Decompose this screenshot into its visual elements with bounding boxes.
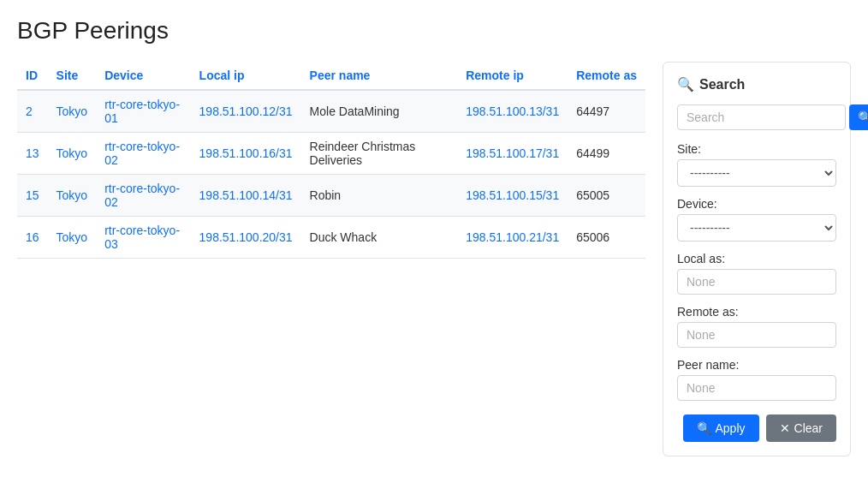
site-label: Site: xyxy=(677,142,836,156)
peer-name-label: Peer name: xyxy=(677,358,836,372)
clear-button[interactable]: ✕ Clear xyxy=(766,414,836,442)
cell-local_ip-link[interactable]: 198.51.100.12/31 xyxy=(199,104,293,118)
search-input[interactable] xyxy=(677,104,846,130)
device-filter-group: Device: ---------- xyxy=(677,197,836,242)
remote-as-input[interactable] xyxy=(677,322,836,348)
filter-panel-title: 🔍 Search xyxy=(677,76,836,92)
cell-local_ip-link[interactable]: 198.51.100.20/31 xyxy=(199,230,293,244)
cell-id-link[interactable]: 2 xyxy=(26,104,33,118)
cell-remote_as: 65006 xyxy=(568,217,645,259)
col-local-ip: Local ip xyxy=(191,62,301,90)
remote-as-label: Remote as: xyxy=(677,305,836,319)
site-select[interactable]: ---------- xyxy=(677,159,836,187)
cell-local_ip-link[interactable]: 198.51.100.14/31 xyxy=(199,188,293,202)
cell-remote_ip-link[interactable]: 198.51.100.21/31 xyxy=(466,230,559,244)
cell-device-link[interactable]: rtr-core-tokyo-02 xyxy=(104,182,180,209)
cell-site-link[interactable]: Tokyo xyxy=(56,188,88,202)
filter-actions: 🔍 Apply ✕ Clear xyxy=(677,414,836,442)
cell-peer_name: Reindeer Christmas Deliveries xyxy=(301,133,458,175)
cell-remote_ip-link[interactable]: 198.51.100.17/31 xyxy=(466,146,559,160)
col-device: Device xyxy=(96,62,190,90)
table-row: 13Tokyortr-core-tokyo-02198.51.100.16/31… xyxy=(17,133,645,175)
page-title: BGP Peerings xyxy=(17,17,851,45)
apply-icon: 🔍 xyxy=(697,421,711,435)
col-remote-ip: Remote ip xyxy=(457,62,568,90)
remote-as-filter-group: Remote as: xyxy=(677,305,836,348)
cell-device-link[interactable]: rtr-core-tokyo-03 xyxy=(104,224,180,251)
apply-label: Apply xyxy=(716,421,746,435)
cell-peer_name: Robin xyxy=(301,175,458,217)
col-peer-name: Peer name xyxy=(301,62,458,90)
search-row: 🔍 xyxy=(677,104,836,130)
cell-id-link[interactable]: 15 xyxy=(26,188,39,202)
table-section: ID Site Device Local ip Peer name Remote… xyxy=(17,62,645,259)
cell-id-link[interactable]: 13 xyxy=(26,146,39,160)
table-row: 16Tokyortr-core-tokyo-03198.51.100.20/31… xyxy=(17,217,645,259)
col-remote-as: Remote as xyxy=(568,62,645,90)
table-row: 15Tokyortr-core-tokyo-02198.51.100.14/31… xyxy=(17,175,645,217)
col-site: Site xyxy=(48,62,97,90)
filter-panel: 🔍 Search 🔍 Site: ---------- Device: ----… xyxy=(663,62,851,456)
device-label: Device: xyxy=(677,197,836,211)
peer-name-input[interactable] xyxy=(677,375,836,401)
device-select[interactable]: ---------- xyxy=(677,214,836,242)
local-as-filter-group: Local as: xyxy=(677,252,836,295)
main-layout: ID Site Device Local ip Peer name Remote… xyxy=(17,62,851,456)
cell-peer_name: Mole DataMining xyxy=(301,90,458,133)
local-as-input[interactable] xyxy=(677,269,836,295)
cell-site-link[interactable]: Tokyo xyxy=(56,104,88,118)
cell-remote_as: 65005 xyxy=(568,175,645,217)
cell-remote_ip-link[interactable]: 198.51.100.15/31 xyxy=(466,188,559,202)
local-as-label: Local as: xyxy=(677,252,836,265)
cell-local_ip-link[interactable]: 198.51.100.16/31 xyxy=(199,146,293,160)
search-btn-icon: 🔍 xyxy=(858,110,868,124)
search-button[interactable]: 🔍 xyxy=(849,104,868,130)
clear-label: Clear xyxy=(794,421,823,435)
site-filter-group: Site: ---------- xyxy=(677,142,836,187)
search-icon: 🔍 xyxy=(677,76,694,92)
peer-name-filter-group: Peer name: xyxy=(677,358,836,401)
table-header: ID Site Device Local ip Peer name Remote… xyxy=(17,62,645,90)
apply-button[interactable]: 🔍 Apply xyxy=(683,414,759,442)
clear-icon: ✕ xyxy=(780,421,790,435)
cell-device-link[interactable]: rtr-core-tokyo-02 xyxy=(104,140,180,167)
table-row: 2Tokyortr-core-tokyo-01198.51.100.12/31M… xyxy=(17,90,645,133)
cell-remote_as: 64497 xyxy=(568,90,645,133)
cell-site-link[interactable]: Tokyo xyxy=(56,146,88,160)
cell-id-link[interactable]: 16 xyxy=(26,230,39,244)
col-id: ID xyxy=(17,62,48,90)
cell-peer_name: Duck Whack xyxy=(301,217,458,259)
cell-site-link[interactable]: Tokyo xyxy=(56,230,88,244)
cell-remote_as: 64499 xyxy=(568,133,645,175)
cell-device-link[interactable]: rtr-core-tokyo-01 xyxy=(104,98,180,125)
header-row: ID Site Device Local ip Peer name Remote… xyxy=(17,62,645,90)
table-body: 2Tokyortr-core-tokyo-01198.51.100.12/31M… xyxy=(17,90,645,259)
cell-remote_ip-link[interactable]: 198.51.100.13/31 xyxy=(466,104,559,118)
bgp-peerings-table: ID Site Device Local ip Peer name Remote… xyxy=(17,62,645,259)
